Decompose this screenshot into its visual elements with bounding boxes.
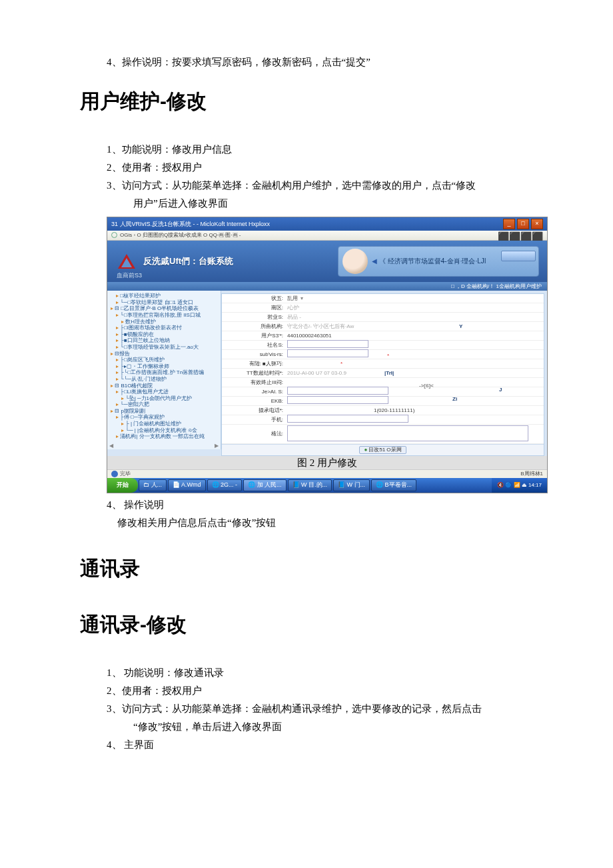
- app-logo-icon: [117, 253, 137, 270]
- heading-user-modify: 用户维护-修改: [80, 83, 533, 119]
- um-item-4b: 修改相关用户信息后点击“修改”按钮: [117, 514, 533, 532]
- taskbar-item[interactable]: 🌐 加 人民...: [243, 479, 287, 491]
- prev-step-4: 4、操作说明：按要求填写原密码，修改新密码，点击“提交”: [107, 53, 533, 71]
- banner-action-button[interactable]: [501, 251, 536, 261]
- input-ekb[interactable]: [287, 396, 388, 404]
- taskbar-item[interactable]: 🌐 B平卷音...: [371, 479, 416, 491]
- cm-item-1: 1、 功能说明：修改通讯录: [107, 664, 533, 682]
- cm-item-4: 4、 主界面: [107, 736, 533, 754]
- um-item-1: 1、功能说明：修改用户信息: [107, 141, 533, 159]
- banner-ad: ◀ 《 经济调节市场监督4-金肖·理会·LJI: [338, 246, 539, 277]
- browser-statusbar: 完毕 B周纬林1: [107, 469, 547, 478]
- cm-item-3b: “修改”按钮，单击后进入修改界面: [133, 718, 533, 736]
- val-org[interactable]: 守北分杏/- 守小区七后有·AwY: [286, 323, 544, 330]
- lbl-region: 南区:: [222, 305, 286, 311]
- val-userid: 440100002463051: [286, 333, 544, 339]
- lbl-status: 状五:: [222, 295, 286, 302]
- tray-icons: 🔇 🔵 📶 ⏏ 14:17: [497, 482, 542, 489]
- tree-node[interactable]: ▸ └□事理热拦官期名排故,册 IIS口城: [116, 312, 219, 319]
- start-button[interactable]: 开始: [107, 478, 138, 493]
- tree-node[interactable]: ▸ □核苸经结果郑护: [116, 293, 219, 299]
- lbl-org: 所曲机构:: [222, 323, 286, 330]
- heading-contacts-modify: 通讯录-修改: [80, 607, 533, 643]
- toolbar-text: OGis ◦ O 归图图的Q搜索城r收成来 O QQ·画·图·画 -: [120, 232, 241, 239]
- scroll-left-icon[interactable]: ◀: [109, 443, 113, 449]
- input-jal[interactable]: [287, 387, 388, 395]
- lbl-remark: 格法:: [222, 431, 286, 437]
- figure-caption: 图 2 用户修改: [107, 456, 547, 469]
- tree-node[interactable]: ▸ ├ | 门金融机构图址维护: [121, 421, 219, 427]
- tree-node[interactable]: ▸ 涌机构| 分一支机构数 一部店出在纯: [116, 433, 219, 440]
- lbl-tt: TT数超结时闷*:: [222, 370, 286, 377]
- input-company[interactable]: [287, 340, 368, 348]
- ie-icon: [111, 471, 118, 477]
- back-icon[interactable]: [111, 232, 117, 238]
- minimize-button[interactable]: _: [503, 219, 515, 229]
- lbl-role: 有陆: ■人驱巧:: [222, 361, 286, 367]
- taskbar: 开始 🗀 人...📄 A.Wmd🌐 2G... -🌐 加 人民...📘 W 目.…: [107, 478, 547, 493]
- um-item-3a: 3、访问方式：从功能菜单选择：金融机构用户维护，选中需修改的用户，点击“修改: [107, 177, 533, 195]
- lbl-biz: 岩业S:: [222, 314, 286, 321]
- cm-item-3a: 3、访问方式：从功能菜单选择：金融机构通讯录维护，选中要修改的记录，然后点击: [107, 700, 533, 718]
- tree-node[interactable]: ▸ └─密阳六肥: [116, 401, 219, 408]
- lbl-valid: 有效终止III闷:: [222, 379, 286, 386]
- tree-node[interactable]: ▸ └坠j ─力1会朗代均用户尤护: [121, 395, 219, 402]
- maximize-button[interactable]: □: [517, 219, 529, 229]
- input-mobile[interactable]: [287, 415, 408, 423]
- input-remark[interactable]: [287, 425, 528, 441]
- lbl-ekb: EKB:: [222, 398, 286, 405]
- close-button[interactable]: ×: [531, 219, 543, 229]
- app-subtitle: 血商前S3: [117, 272, 142, 279]
- avatar-image: [342, 249, 368, 274]
- tree-node[interactable]: ▸ ├▸▢・工作懈标录师: [116, 363, 219, 370]
- nav-tree[interactable]: ▸ □核苸经结果郑护▸ └─□苓软结果郑望 自□1 通女口▸ ⊟ □乙目景屏户·…: [107, 291, 221, 449]
- tree-node[interactable]: ▸ 数H理去维护: [121, 319, 219, 325]
- tree-node[interactable]: ▸ ⊟ B1O格代超院: [111, 383, 219, 389]
- browser-toolbar: OGis ◦ O 归图图的Q搜索城r收成来 O QQ·画·图·画 - ⬛⬛⬛⬛: [107, 231, 547, 241]
- tree-node[interactable]: ▸ └□事理场经管恢表矩新上一.ao大: [116, 344, 219, 351]
- taskbar-item[interactable]: 🗀 人...: [139, 479, 167, 491]
- tree-node[interactable]: ▸ ⊟报告: [111, 351, 219, 357]
- taskbar-item[interactable]: 📘 W 门...: [333, 479, 370, 491]
- window-title: 31 人民VRIvIS.反洗1台帐系统 - - MicloKoft Intern…: [111, 221, 501, 228]
- val-biz[interactable]: 易品 -: [286, 314, 544, 321]
- tree-node[interactable]: ▸ ⊟ p据院刷剧: [111, 408, 219, 415]
- app-title: 反洗戚Uft們：台账系统: [143, 256, 233, 267]
- tree-node[interactable]: ▸ ├└□工作措衡惠面维,护 Tn落善措编: [116, 369, 219, 376]
- lbl-tel: 摄承电话*:: [222, 407, 286, 414]
- breadcrumb-bar: □ ，D 金融机构/！ 1金融机构用户维护: [107, 282, 547, 291]
- submit-bar: ●目改51 O呆网: [222, 444, 544, 455]
- cm-item-2: 2、使用者：授权用户: [107, 682, 533, 700]
- tree-node[interactable]: ▸ ├□岗应区飞所维护: [116, 357, 219, 363]
- val-tel[interactable]: 1(020-11111111): [286, 407, 544, 414]
- app-banner: 反洗戚Uft們：台账系统 血商前S3 ◀ 《 经济调节市场监督4-金肖·理会·L…: [107, 241, 547, 282]
- tree-node[interactable]: ▸ └─ | |金融机构分支机构准 ⊙金: [121, 427, 219, 434]
- um-item-2: 2、使用者：授权用户: [107, 159, 533, 177]
- tree-node[interactable]: ▸ ├傅·□─字典家观护: [116, 414, 219, 421]
- tree-node[interactable]: ▸ ├■口回兰岐上位地纳: [116, 337, 219, 344]
- tree-node[interactable]: ▸ ├□Ll奥施包用户尤进: [116, 389, 219, 395]
- val-tt[interactable]: 201U-Al-00 U7 07 03-0.9|TrI|: [286, 370, 544, 377]
- taskbar-item[interactable]: 📘 W 目.的...: [288, 479, 332, 491]
- um-item-4: 4、 操作说明: [107, 496, 533, 514]
- arrow-icon: ◀: [372, 257, 377, 265]
- tree-node[interactable]: ▸ └─□苓软结果郑望 自□1 通女口: [116, 299, 219, 306]
- status-right: B周纬林1: [520, 471, 543, 477]
- screenshot-user-modify: 31 人民VRIvIS.反洗1台帐系统 - - MicloKoft Intern…: [107, 217, 548, 493]
- um-item-3b: 用户”后进入修改界面: [133, 195, 533, 213]
- system-tray: 🔇 🔵 📶 ⏏ 14:17: [492, 478, 547, 493]
- window-titlebar: 31 人民VRIvIS.反洗1台帐系统 - - MicloKoft Intern…: [107, 217, 547, 231]
- scroll-right-icon[interactable]: ▶: [215, 443, 219, 449]
- lbl-company: 社名S:: [222, 342, 286, 349]
- val-status[interactable]: 乱用 ▾: [286, 295, 544, 302]
- val-region[interactable]: /心护: [286, 305, 544, 311]
- tree-node[interactable]: ▸ ⊟ □乙目景屏户·B O半机场经位极表: [111, 305, 219, 312]
- modify-button[interactable]: ●目改51 O呆网: [359, 446, 406, 454]
- form-panel: 状五:乱用 ▾ 南区:/心护 岩业S:易品 - 所曲机构:守北分杏/- 守小区七…: [221, 293, 544, 456]
- input-code[interactable]: [287, 349, 368, 357]
- taskbar-item[interactable]: 📄 A.Wmd: [168, 479, 206, 491]
- tree-node[interactable]: ▸ ├□I图闹市场改价新表者忖: [116, 325, 219, 331]
- tree-node[interactable]: ▸ ├■锁酸应的在: [116, 331, 219, 338]
- tree-node[interactable]: ▸ └└─从·乱·门述物护: [116, 376, 219, 383]
- taskbar-item[interactable]: 🌐 2G... -: [207, 479, 243, 491]
